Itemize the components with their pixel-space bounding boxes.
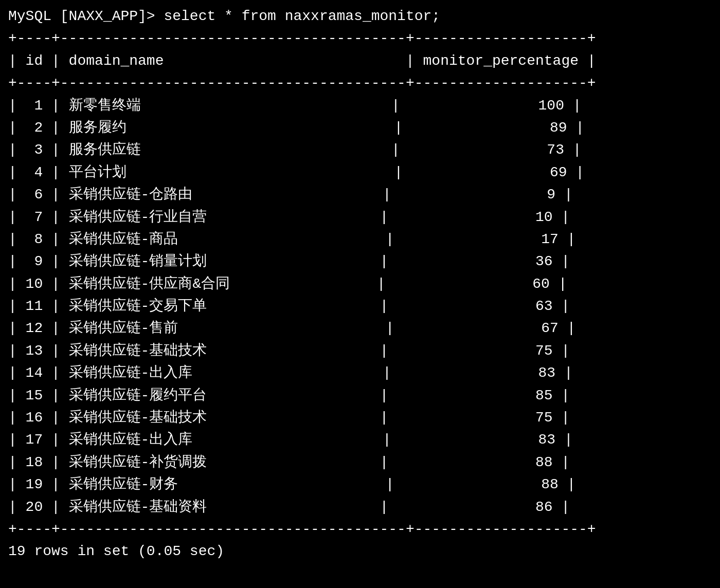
header-row: | id | domain_name | monitor_percentage … (8, 50, 712, 72)
command-line: MySQL [NAXX_APP]> select * from naxxrama… (8, 5, 712, 27)
table-row: | 13 | 采销供应链-基础技术 | 75 | (8, 340, 712, 362)
terminal-window: MySQL [NAXX_APP]> select * from naxxrama… (8, 5, 712, 563)
table-row: | 10 | 采销供应链-供应商&合同 | 60 | (8, 273, 712, 295)
divider-top: +----+----------------------------------… (8, 27, 712, 49)
table-row: | 3 | 服务供应链 | 73 | (8, 139, 712, 161)
table-row: | 11 | 采销供应链-交易下单 | 63 | (8, 295, 712, 317)
table-row: | 7 | 采销供应链-行业自营 | 10 | (8, 206, 712, 228)
table-row: | 8 | 采销供应链-商品 | 17 | (8, 228, 712, 250)
table-row: | 2 | 服务履约 | 89 | (8, 117, 712, 139)
footer-text: 19 rows in set (0.05 sec) (8, 540, 712, 562)
table-row: | 16 | 采销供应链-基础技术 | 75 | (8, 407, 712, 429)
table-row: | 15 | 采销供应链-履约平台 | 85 | (8, 384, 712, 407)
table-row: | 9 | 采销供应链-销量计划 | 36 | (8, 250, 712, 272)
table-row: | 1 | 新零售终端 | 100 | (8, 95, 712, 117)
table-row: | 4 | 平台计划 | 69 | (8, 161, 712, 183)
table-row: | 14 | 采销供应链-出入库 | 83 | (8, 362, 712, 384)
divider-mid: +----+----------------------------------… (8, 72, 712, 94)
table-row: | 20 | 采销供应链-基础资料 | 86 | (8, 496, 712, 518)
table-row: | 18 | 采销供应链-补货调拨 | 88 | (8, 451, 712, 473)
table-row: | 17 | 采销供应链-出入库 | 83 | (8, 429, 712, 451)
table-row: | 12 | 采销供应链-售前 | 67 | (8, 317, 712, 339)
divider-bottom: +----+----------------------------------… (8, 518, 712, 540)
table-row: | 6 | 采销供应链-仓路由 | 9 | (8, 183, 712, 206)
table-row: | 19 | 采销供应链-财务 | 88 | (8, 473, 712, 495)
table-body: | 1 | 新零售终端 | 100 || 2 | 服务履约 | 89 || 3 … (8, 95, 712, 518)
